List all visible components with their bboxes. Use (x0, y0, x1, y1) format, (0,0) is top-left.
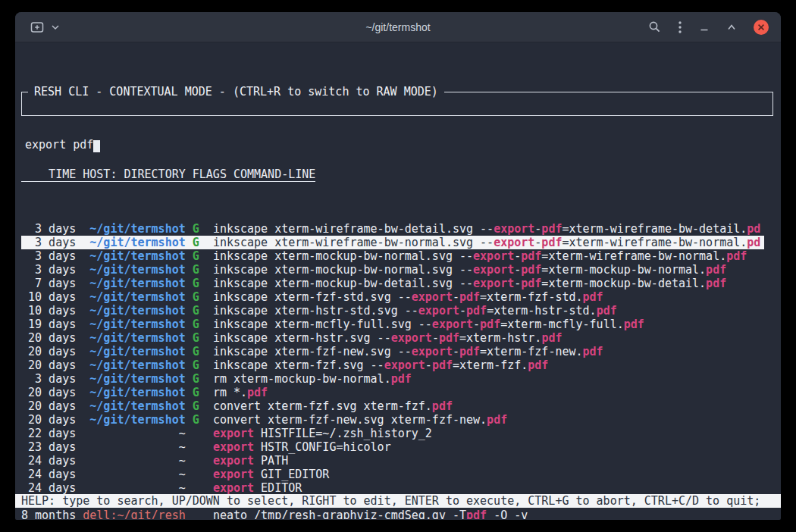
search-icon (648, 20, 661, 33)
row-flags: G (193, 277, 213, 290)
terminal-screen[interactable]: RESH CLI - CONTEXTUAL MODE - (CTRL+R to … (15, 42, 781, 519)
row-directory: ~ (83, 468, 193, 481)
new-tab-button[interactable] (30, 21, 44, 33)
command-match-highlight: pdf (706, 263, 726, 277)
history-row: 7 days ~/git/termshot G inkscape xterm-m… (21, 277, 764, 290)
row-flags: G (193, 413, 213, 427)
row-time: 3 days (21, 263, 83, 277)
row-time: 20 days (21, 358, 83, 372)
command-text: - (432, 331, 439, 345)
row-command: convert xterm-fzf-new.svg xterm-fzf-new.… (213, 413, 507, 427)
command-text: inkscape xterm-hstr-std.svg -- (213, 304, 418, 318)
command-match-highlight: pdf (432, 358, 453, 372)
maximize-button[interactable] (726, 22, 737, 33)
command-match-highlight: pdf (459, 345, 480, 358)
row-command: inkscape xterm-fzf-std.svg --export-pdf=… (213, 290, 603, 304)
command-text: inkscape xterm-mockup-bw-normal.svg -- (213, 249, 473, 263)
command-text: inkscape xterm-fzf-new.svg -- (213, 345, 412, 358)
row-command: export HSTR_CONFIG=hicolor (213, 440, 391, 454)
command-match-highlight: export (213, 427, 254, 440)
command-match-highlight: pdf (521, 277, 541, 290)
row-time: 24 days (21, 481, 83, 495)
row-directory: ~/git/termshot (83, 222, 193, 236)
command-match-highlight: export (213, 440, 254, 454)
row-directory: ~/git/termshot (83, 236, 193, 249)
command-match-highlight: pdf (466, 509, 487, 519)
command-text: - (514, 263, 521, 277)
help-bar: HELP: type to search, UP/DOWN to select,… (15, 494, 781, 508)
close-button[interactable] (754, 20, 769, 35)
command-text: - (534, 236, 541, 249)
command-text: GIT_EDITOR (254, 468, 329, 481)
command-match-highlight: pdf (726, 249, 747, 263)
tab-dropdown-button[interactable] (52, 24, 59, 30)
maximize-icon (726, 22, 737, 33)
command-text: =xterm-mockup-bw-detail. (541, 277, 706, 290)
command-match-highlight: export (418, 304, 459, 318)
history-row: 24 days ~ export EDITOR (21, 481, 764, 495)
command-match-highlight: export (412, 345, 453, 358)
command-match-highlight: pdf (541, 331, 562, 345)
new-tab-icon (30, 21, 44, 33)
row-time: 3 days (21, 236, 83, 249)
command-text: =xterm-fzf. (453, 358, 528, 372)
history-row: 24 days ~ export GIT_EDITOR (21, 468, 764, 481)
command-text: neato /tmp/resh-graphviz-cmdSeq.gv -T (213, 509, 466, 519)
command-match-highlight: pdf (432, 399, 453, 413)
row-flags (193, 481, 213, 495)
command-match-highlight: export (213, 454, 254, 468)
row-flags: G (193, 304, 213, 318)
row-command: inkscape xterm-mockup-bw-detail.svg --ex… (213, 277, 726, 290)
search-button[interactable] (648, 20, 661, 33)
row-flags: G (193, 358, 213, 372)
command-text: inkscape xterm-mockup-bw-normal.svg -- (213, 263, 473, 277)
command-text: inkscape xterm-fzf-std.svg -- (213, 290, 412, 304)
command-match-highlight: export (384, 358, 425, 372)
row-flags (193, 509, 213, 519)
row-command: export EDITOR (213, 481, 302, 495)
command-text: =xterm-fzf-new. (480, 345, 582, 358)
row-time: 8 months (21, 509, 83, 519)
command-match-highlight: export (473, 263, 514, 277)
command-match-highlight: pdf (466, 304, 487, 318)
row-directory: ~/git/termshot (83, 345, 193, 358)
history-row: 3 days ~/git/termshot G inkscape xterm-w… (21, 236, 764, 249)
history-row: 3 days ~/git/termshot G rm xterm-mockup-… (21, 372, 764, 386)
row-command: convert xterm-fzf.svg xterm-fzf.pdf (213, 399, 453, 413)
command-match-highlight: export (213, 481, 254, 495)
row-directory: ~/git/termshot (83, 249, 193, 263)
command-match-highlight: pdf (624, 318, 644, 331)
row-command: neato /tmp/resh-graphviz-cmdSeq.gv -Tpdf… (213, 509, 528, 519)
menu-button[interactable] (678, 20, 682, 34)
row-directory: ~ (83, 454, 193, 468)
row-flags: G (193, 236, 213, 249)
chevron-down-icon (52, 24, 59, 30)
row-directory: ~/git/termshot (83, 399, 193, 413)
row-command: export GIT_EDITOR (213, 468, 330, 481)
row-directory: ~/git/termshot (83, 413, 193, 427)
close-icon (757, 23, 765, 31)
titlebar-right-controls (648, 20, 781, 35)
row-time: 10 days (21, 290, 83, 304)
command-text: inkscape xterm-wireframe-bw-detail.svg -… (213, 222, 494, 236)
command-match-highlight: export (473, 249, 514, 263)
command-match-highlight: pdf (391, 372, 412, 386)
row-time: 22 days (21, 427, 83, 440)
row-time: 7 days (21, 277, 83, 290)
row-command: inkscape xterm-wireframe-bw-normal.svg -… (213, 236, 760, 249)
command-match-highlight: pd (747, 236, 760, 249)
history-row: 20 days ~/git/termshot G inkscape xterm-… (21, 345, 764, 358)
command-text: EDITOR (254, 481, 302, 495)
row-directory: ~/git/termshot (83, 263, 193, 277)
minimize-button[interactable] (699, 22, 710, 33)
row-flags: G (193, 290, 213, 304)
command-text: - (453, 290, 459, 304)
row-command: rm *.pdf (213, 386, 268, 399)
row-command: rm xterm-mockup-bw-normal.pdf (213, 372, 412, 386)
search-input[interactable]: export pdf (22, 133, 772, 152)
row-directory: ~/git/termshot (83, 277, 193, 290)
command-text: inkscape xterm-mockup-bw-detail.svg -- (213, 277, 473, 290)
row-flags: G (193, 222, 213, 236)
command-text: -O -v (487, 509, 528, 519)
command-text: - (473, 318, 480, 331)
